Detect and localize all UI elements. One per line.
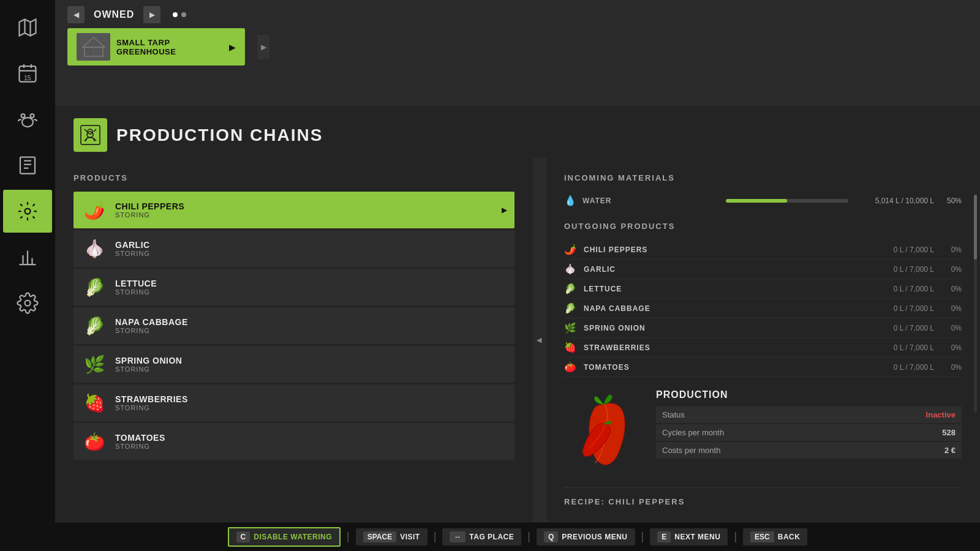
water-name: WATER [582, 197, 720, 205]
product-item-tomato[interactable]: 🍅 TOMATOES STORING [74, 423, 514, 460]
out-name-tomato: TOMATOES [584, 363, 867, 372]
incoming-section: INCOMING MATERIALS 💧 WATER 5,014 L / 10,… [564, 173, 962, 209]
svg-point-7 [25, 301, 31, 306]
building-thumb [77, 33, 110, 61]
owned-dots [173, 12, 186, 17]
prod-row-status: Status Inactive [656, 407, 962, 423]
prod-row-costs: Costs per month 2 € [656, 442, 962, 459]
btn-visit[interactable]: SPACE VISIT [356, 528, 428, 545]
details-panel: INCOMING MATERIALS 💧 WATER 5,014 L / 10,… [545, 158, 980, 522]
out-pct-napa: 0% [940, 304, 962, 313]
sidebar-item-calendar[interactable]: 15 [3, 52, 52, 95]
svg-text:15: 15 [24, 74, 31, 81]
btn-disable-watering[interactable]: C DISABLE WATERING [228, 527, 341, 547]
water-pct: 50% [940, 197, 962, 205]
btn-prev-menu[interactable]: Q PREVIOUS MENU [537, 528, 635, 545]
btn-tag-place[interactable]: ↔ TAG PLACE [442, 528, 521, 545]
panel-toggle[interactable]: ▶ [257, 35, 270, 59]
svg-point-3 [21, 114, 25, 118]
svg-rect-5 [20, 157, 35, 174]
out-pct-springonion: 0% [940, 324, 962, 332]
sidebar-item-production[interactable] [3, 190, 52, 233]
product-info-springonion: SPRING ONION STORING [115, 356, 507, 373]
out-pct-lettuce: 0% [940, 285, 962, 293]
owned-prev-button[interactable]: ◀ [67, 6, 85, 23]
outgoing-row-garlic: 🧄 GARLIC 0 L / 7,000 L 0% [564, 260, 962, 279]
svg-point-4 [31, 114, 34, 118]
prod-label-status: Status [662, 410, 926, 419]
prod-row-cycles: Cycles per month 528 [656, 424, 962, 441]
main-content: ◀ OWNED ▶ SMALL TARP GREENHOUSE ▶ [55, 0, 980, 551]
btn-next-menu[interactable]: E NEXT MENU [650, 528, 728, 545]
action-next-menu: NEXT MENU [674, 533, 720, 541]
water-bar-container [726, 199, 848, 203]
panel-collapse-arrow[interactable]: ◀ [533, 158, 545, 522]
material-row-water: 💧 WATER 5,014 L / 10,000 L 50% [564, 192, 962, 209]
owned-header: ◀ OWNED ▶ [67, 6, 968, 23]
prod-label-cycles: Cycles per month [662, 428, 942, 437]
product-icon-garlic: 🧄 [81, 235, 108, 262]
products-section-title: PRODUCTS [74, 173, 514, 182]
key-space: SPACE [363, 531, 396, 542]
svg-rect-12 [81, 126, 100, 144]
incoming-title: INCOMING MATERIALS [564, 173, 962, 182]
sidebar-item-animals[interactable] [3, 98, 52, 141]
prod-value-cycles: 528 [942, 428, 956, 437]
out-icon-tomato: 🍅 [564, 361, 578, 373]
water-drop-icon: 💧 [564, 195, 576, 206]
product-icon-lettuce: 🥬 [81, 274, 108, 301]
out-icon-napa: 🥬 [564, 302, 578, 314]
key-e: E [657, 531, 671, 542]
prod-value-costs: 2 € [944, 446, 956, 455]
sidebar-item-map[interactable] [3, 6, 52, 49]
prod-label-costs: Costs per month [662, 446, 944, 455]
product-info-chili: CHILI PEPPERS STORING [115, 201, 494, 219]
owned-panel: ◀ OWNED ▶ SMALL TARP GREENHOUSE ▶ [55, 0, 980, 106]
key-q: Q [544, 531, 558, 542]
product-item-strawberry[interactable]: 🍓 STRAWBERRIES STORING [74, 384, 514, 421]
btn-back[interactable]: ESC BACK [743, 528, 807, 545]
outgoing-row-lettuce: 🥬 LETTUCE 0 L / 7,000 L 0% [564, 279, 962, 299]
out-icon-strawberry: 🍓 [564, 342, 578, 353]
product-name-strawberry: STRAWBERRIES [115, 394, 507, 404]
water-value: 5,014 L / 10,000 L [854, 197, 934, 205]
outgoing-row-tomato: 🍅 TOMATOES 0 L / 7,000 L 0% [564, 358, 962, 377]
out-name-lettuce: LETTUCE [584, 285, 867, 293]
building-card[interactable]: SMALL TARP GREENHOUSE ▶ [67, 28, 245, 66]
product-icon-springonion: 🌿 [81, 351, 108, 378]
product-item-chili[interactable]: 🌶️ CHILI PEPPERS STORING ▶ [74, 192, 514, 228]
out-pct-tomato: 0% [940, 363, 962, 372]
action-disable-watering: DISABLE WATERING [254, 533, 332, 541]
scrollbar-thumb[interactable] [974, 195, 977, 260]
out-pct-garlic: 0% [940, 265, 962, 274]
out-icon-garlic: 🧄 [564, 263, 578, 275]
sep3: | [527, 530, 530, 543]
page-icon [74, 118, 107, 152]
product-info-garlic: GARLIC STORING [115, 240, 507, 257]
outgoing-row-strawberry: 🍓 STRAWBERRIES 0 L / 7,000 L 0% [564, 338, 962, 358]
sidebar-item-stats[interactable] [3, 236, 52, 279]
product-item-napa[interactable]: 🥬 NAPA CABBAGE STORING [74, 307, 514, 344]
product-item-springonion[interactable]: 🌿 SPRING ONION STORING [74, 346, 514, 383]
bottom-bar: C DISABLE WATERING | SPACE VISIT | ↔ TAG… [55, 522, 980, 551]
production-image [564, 389, 644, 475]
product-name-springonion: SPRING ONION [115, 356, 507, 365]
product-name-napa: NAPA CABBAGE [115, 317, 507, 327]
out-value-strawberry: 0 L / 7,000 L [873, 343, 934, 352]
product-item-lettuce[interactable]: 🥬 LETTUCE STORING [74, 269, 514, 305]
outgoing-row-chili: 🌶️ CHILI PEPPERS 0 L / 7,000 L 0% [564, 240, 962, 260]
sidebar-item-settings[interactable] [3, 282, 52, 324]
out-icon-springonion: 🌿 [564, 322, 578, 334]
product-sub-garlic: STORING [115, 250, 507, 257]
out-value-chili: 0 L / 7,000 L [873, 246, 934, 254]
action-back: BACK [778, 533, 801, 541]
outgoing-row-napa: 🥬 NAPA CABBAGE 0 L / 7,000 L 0% [564, 299, 962, 318]
sep5: | [734, 530, 737, 543]
sep4: | [641, 530, 644, 543]
product-icon-chili: 🌶️ [81, 197, 108, 223]
product-sub-chili: STORING [115, 211, 494, 219]
owned-next-button[interactable]: ▶ [143, 6, 160, 23]
product-item-garlic[interactable]: 🧄 GARLIC STORING [74, 230, 514, 267]
product-name-tomato: TOMATOES [115, 433, 507, 443]
sidebar-item-tasks[interactable] [3, 144, 52, 187]
